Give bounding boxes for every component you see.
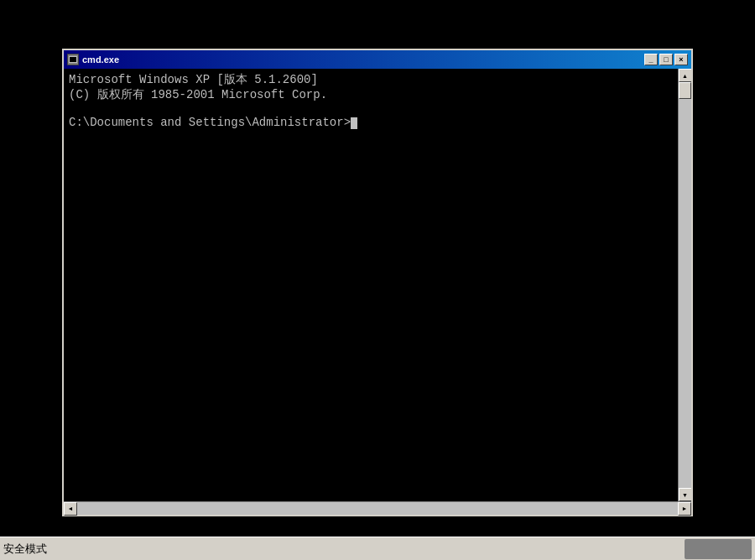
cmd-terminal[interactable]: Microsoft Windows XP [版本 5.1.2600] (C) 版… — [64, 69, 678, 501]
window-controls: _ □ × — [644, 54, 688, 65]
title-bar: cmd.exe _ □ × — [64, 50, 691, 69]
taskbar-right-area — [685, 539, 752, 559]
line2: (C) 版权所有 1985-2001 Microsoft Corp. — [69, 88, 327, 101]
safe-mode-label: 安全模式 — [3, 542, 47, 557]
close-button[interactable]: × — [674, 54, 688, 65]
minimize-button[interactable]: _ — [644, 54, 658, 65]
scroll-track-horizontal[interactable] — [77, 502, 678, 515]
cmd-window: cmd.exe _ □ × Microsoft Windows XP [版本 5… — [62, 49, 693, 516]
cursor — [351, 117, 357, 129]
scroll-up-button[interactable]: ▲ — [679, 69, 692, 82]
scroll-track-vertical[interactable] — [679, 82, 691, 488]
taskbar: 安全模式 — [0, 537, 755, 560]
cmd-content-area: Microsoft Windows XP [版本 5.1.2600] (C) 版… — [64, 69, 691, 501]
line1: Microsoft Windows XP [版本 5.1.2600] — [69, 73, 318, 86]
scroll-down-button[interactable]: ▼ — [679, 488, 692, 501]
cmd-icon — [67, 54, 79, 65]
restore-button[interactable]: □ — [659, 54, 673, 65]
desktop: cmd.exe _ □ × Microsoft Windows XP [版本 5… — [0, 0, 755, 560]
window-title: cmd.exe — [82, 54, 644, 65]
scroll-left-button[interactable]: ◄ — [64, 502, 77, 516]
scroll-right-button[interactable]: ► — [678, 502, 691, 516]
prompt-line: C:\Documents and Settings\Administrator> — [69, 116, 351, 129]
horizontal-scrollbar: ◄ ► — [64, 501, 691, 515]
scroll-thumb-vertical[interactable] — [679, 82, 691, 99]
vertical-scrollbar: ▲ ▼ — [678, 69, 691, 501]
